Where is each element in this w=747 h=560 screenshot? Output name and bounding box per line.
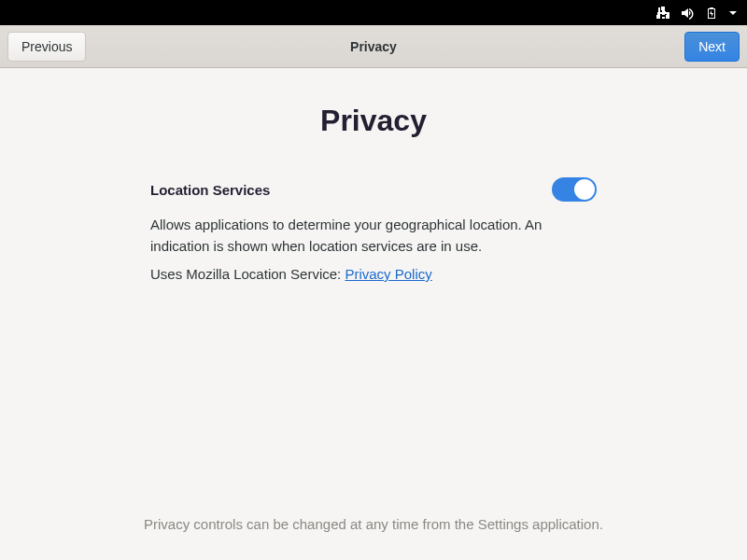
privacy-policy-link[interactable]: Privacy Policy [345,266,431,282]
provider-prefix: Uses Mozilla Location Service: [150,266,345,282]
page-heading: Privacy [320,104,427,138]
footer-note: Privacy controls can be changed at any t… [144,516,603,532]
location-services-label: Location Services [150,182,270,198]
location-services-row: Location Services [150,177,597,202]
dropdown-icon[interactable] [728,8,738,18]
system-top-panel [0,0,747,25]
previous-button[interactable]: Previous [7,32,86,62]
network-icon[interactable] [655,6,670,21]
location-services-toggle[interactable] [552,177,597,202]
settings-block: Location Services Allows applications to… [150,177,597,282]
header-bar: Previous Privacy Next [0,25,747,68]
content-area: Privacy Location Services Allows applica… [0,68,747,560]
location-services-description: Allows applications to determine your ge… [150,215,597,257]
toggle-knob [574,179,595,200]
battery-icon[interactable] [704,6,719,21]
next-button[interactable]: Next [684,32,740,62]
svg-rect-6 [667,13,669,16]
header-title: Privacy [350,39,397,54]
location-services-provider: Uses Mozilla Location Service: Privacy P… [150,266,597,282]
svg-rect-5 [657,13,659,16]
volume-icon[interactable] [680,6,695,21]
